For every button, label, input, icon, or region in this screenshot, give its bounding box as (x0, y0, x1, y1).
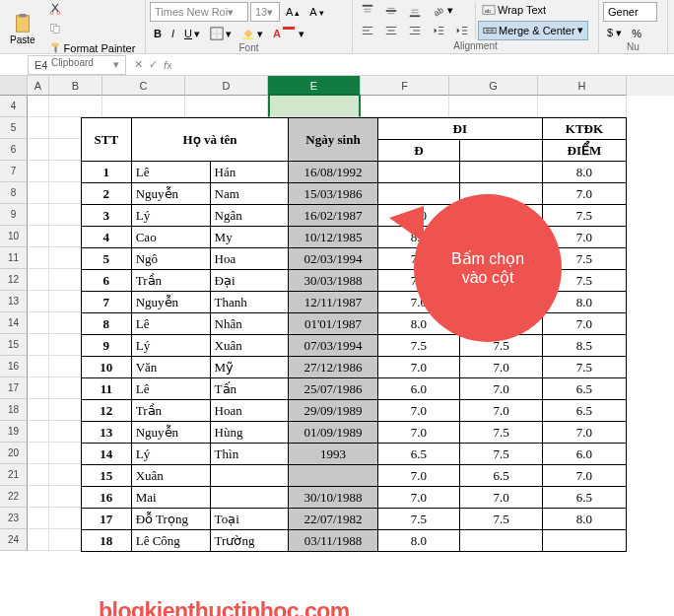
percent-button[interactable]: % (628, 25, 645, 41)
col-header-B[interactable]: B (49, 76, 102, 96)
align-right-button[interactable] (404, 22, 426, 39)
th-hoten: Họ và tên (131, 118, 289, 162)
row-header[interactable]: 11 (0, 247, 28, 269)
th-ngaysinh: Ngày sinh (289, 118, 377, 162)
cut-button[interactable] (44, 0, 140, 18)
paste-button[interactable]: Paste (4, 11, 41, 47)
table-row: 14LýThìn19936.57.56.0 (82, 444, 627, 465)
data-table: STT Họ và tên Ngày sinh ĐI KTĐK Đ ĐIỂM 1… (81, 117, 627, 552)
decrease-font-button[interactable]: A▾ (305, 2, 327, 22)
bold-button[interactable]: B (150, 25, 166, 42)
row-header[interactable]: 23 (0, 508, 28, 529)
table-row: 18Lê CôngTrường03/11/19888.0 (82, 530, 627, 552)
table-row: 7NguyễnThanh12/11/19877.07.58.0 (82, 292, 627, 313)
select-all-corner[interactable] (0, 76, 28, 96)
svg-rect-6 (51, 43, 58, 47)
align-middle-button[interactable] (380, 2, 402, 20)
wrap-text-button[interactable]: abWrap Text (478, 1, 588, 19)
underline-button[interactable]: U ▾ (180, 25, 204, 42)
number-format-select[interactable]: Gener (603, 2, 657, 22)
row-header[interactable]: 22 (0, 486, 28, 508)
row-header[interactable]: 9 (0, 204, 28, 226)
col-header-G[interactable]: G (449, 76, 538, 96)
font-name-select[interactable]: Times New Roi▾ (150, 2, 248, 22)
svg-rect-5 (53, 27, 59, 34)
decrease-indent-button[interactable] (428, 22, 449, 39)
row-header[interactable]: 7 (0, 161, 28, 182)
row-header[interactable]: 16 (0, 356, 28, 377)
font-color-button[interactable]: A▾ (269, 25, 308, 42)
currency-button[interactable]: $ ▾ (603, 25, 626, 41)
col-header-E[interactable]: E (268, 76, 361, 96)
table-row: 8LêNhân01'01/19878.07.57.0 (82, 313, 627, 335)
svg-text:ab: ab (432, 4, 445, 17)
font-size-select[interactable]: 13▾ (250, 2, 280, 22)
cancel-icon[interactable]: ✕ (134, 58, 143, 71)
col-header-F[interactable]: F (361, 76, 449, 96)
svg-rect-0 (16, 15, 29, 32)
row-header[interactable]: 19 (0, 421, 28, 443)
th-ktdk: KTĐK (542, 118, 626, 140)
table-row: 13NguyễnHùng01/09/19897.07.57.0 (82, 422, 627, 444)
table-row: 12TrầnHoan29/09/19897.07.06.5 (82, 400, 627, 422)
row-header[interactable]: 24 (0, 529, 28, 551)
row-header[interactable]: 20 (0, 443, 28, 464)
table-row: 6TrầnĐại30/03/19887.07.07.5 (82, 270, 627, 292)
formula-bar: E4▾ ✕ ✓ fx (0, 54, 674, 76)
table-row: 17Đỗ TrọngToại22/07/19827.57.58.0 (82, 509, 627, 530)
col-header-D[interactable]: D (185, 76, 268, 96)
table-row: 3LýNgân16/02/19877.07.5 (82, 205, 627, 227)
row-header[interactable]: 14 (0, 312, 28, 334)
table-row: 11LêTấn25/07/19866.07.06.5 (82, 378, 627, 400)
th-dktx: ĐI (377, 118, 542, 140)
cells-area[interactable]: STT Họ và tên Ngày sinh ĐI KTĐK Đ ĐIỂM 1… (28, 96, 627, 551)
svg-point-2 (50, 12, 53, 15)
table-row: 16Mai30/10/19887.07.06.5 (82, 487, 627, 509)
copy-button[interactable] (44, 20, 140, 37)
row-header[interactable]: 18 (0, 399, 28, 421)
table-row: 4CaoMy10/12/19858.07.0 (82, 227, 627, 248)
th-stt: STT (82, 118, 132, 162)
col-header-A[interactable]: A (28, 76, 49, 96)
align-center-button[interactable] (380, 22, 402, 39)
watermark-text: blogkienthuctinhoc.com (99, 598, 350, 616)
fill-color-button[interactable]: ▾ (237, 25, 267, 42)
table-row: 1LêHán16/08/19928.0 (82, 162, 627, 183)
row-header[interactable]: 5 (0, 117, 28, 139)
table-row: 5NgôHoa02/03/19947.08.07.5 (82, 248, 627, 270)
row-header[interactable]: 6 (0, 139, 28, 161)
align-bottom-button[interactable] (404, 2, 426, 20)
name-box[interactable]: E4▾ (28, 55, 126, 75)
fx-icon[interactable]: fx (164, 59, 172, 71)
increase-font-button[interactable]: A▴ (282, 2, 303, 22)
table-row: 15Xuân7.06.57.0 (82, 465, 627, 487)
svg-rect-1 (19, 13, 26, 17)
orientation-button[interactable]: ab▾ (428, 2, 457, 20)
table-row: 2NguyễnNam15/03/19867.0 (82, 183, 627, 205)
row-header[interactable]: 4 (0, 96, 28, 117)
alignment-group-label: Alignment (357, 40, 594, 53)
svg-rect-10 (243, 37, 254, 39)
svg-point-3 (57, 12, 60, 15)
font-group-label: Font (150, 42, 348, 55)
align-top-button[interactable] (357, 2, 378, 20)
increase-indent-button[interactable] (451, 22, 473, 39)
enter-icon[interactable]: ✓ (149, 58, 158, 71)
row-header[interactable]: 12 (0, 269, 28, 291)
row-header[interactable]: 13 (0, 291, 28, 312)
align-left-button[interactable] (357, 22, 378, 39)
borders-button[interactable]: ▾ (206, 25, 236, 42)
row-header[interactable]: 21 (0, 464, 28, 486)
col-header-C[interactable]: C (102, 76, 185, 96)
row-header[interactable]: 17 (0, 377, 28, 399)
row-header[interactable]: 10 (0, 226, 28, 247)
table-row: 9LýXuân07/03/19947.57.58.5 (82, 335, 627, 357)
table-row: 10VănMỹ27/12/19867.07.07.5 (82, 357, 627, 378)
italic-button[interactable]: I (168, 25, 178, 42)
ribbon: Paste Format Painter Clipboard Times New… (0, 0, 674, 54)
row-header[interactable]: 15 (0, 334, 28, 356)
number-group-label: Nu (603, 41, 663, 54)
col-header-H[interactable]: H (538, 76, 627, 96)
row-header[interactable]: 8 (0, 182, 28, 204)
merge-center-button[interactable]: Merge & Center ▾ (478, 21, 588, 40)
